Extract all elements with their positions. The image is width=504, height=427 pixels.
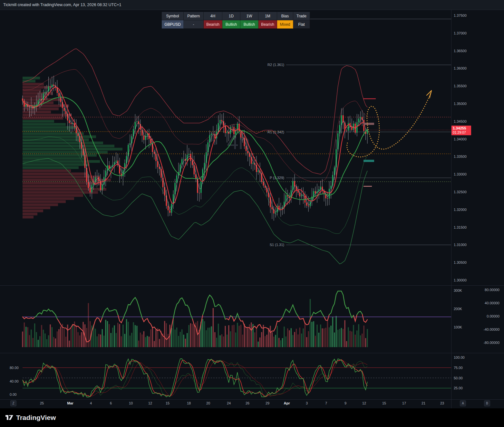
volume-bar [27, 327, 28, 347]
volume-profile-bar [23, 129, 70, 132]
volume-bar [145, 337, 146, 347]
volume-bar [154, 341, 155, 347]
candle-body [63, 108, 65, 111]
volume-profile-bar [23, 142, 103, 144]
volume-profile-bar [23, 166, 79, 169]
volume-profile-bar [23, 154, 97, 157]
volume-bar [174, 329, 175, 347]
candle-body [242, 138, 243, 138]
tradingview-logo-icon [5, 414, 14, 421]
volume-bar [126, 319, 127, 347]
candle-countdown: 01:29:07 [453, 130, 470, 135]
volume-bar [114, 325, 115, 347]
candle-body [90, 188, 91, 193]
volume-bar [33, 338, 34, 347]
volume-bar [332, 317, 333, 347]
volume-bar [232, 325, 233, 347]
volume-bar [272, 332, 273, 347]
volume-bar [112, 327, 113, 347]
volume-bar [221, 334, 222, 347]
volume-bar [206, 330, 207, 347]
candle-body [257, 171, 259, 172]
volume-bar [208, 328, 208, 347]
volume-profile-bar [23, 169, 71, 172]
volume-bar [48, 335, 49, 347]
volume-bar [97, 336, 98, 347]
volume-bar [238, 326, 239, 347]
candle-body [48, 86, 49, 91]
volume-profile-bar [23, 108, 59, 110]
volume-bar [223, 337, 224, 347]
volume-bar [53, 337, 54, 347]
volume-profile-bar [23, 157, 86, 160]
candle-body [102, 185, 103, 190]
volume-bar [128, 322, 129, 347]
volume-bar [187, 333, 188, 347]
volume-bar [254, 332, 255, 347]
volume-profile-bar [23, 123, 66, 126]
volume-bar [168, 334, 169, 347]
volume-bar [57, 331, 58, 347]
volume-profile-bar [23, 111, 51, 113]
volume-profile-bar [23, 204, 58, 206]
volume-bar [60, 327, 61, 347]
volume-bar [308, 331, 309, 347]
chart-canvas[interactable] [0, 0, 504, 427]
volume-bar [251, 322, 252, 347]
candle-body [275, 213, 276, 214]
nav-button-a[interactable]: A [460, 400, 466, 406]
volume-bar [268, 328, 269, 347]
volume-bar [63, 329, 64, 347]
volume-bar [107, 321, 108, 347]
volume-bar [348, 327, 349, 347]
delta-line-positive [35, 291, 362, 319]
volume-bar [190, 323, 191, 347]
signal-table: SymbolPattern4H1D1W1MBiasTradeGBPUSD-Bea… [162, 12, 310, 29]
nav-button-z[interactable]: Z [10, 400, 16, 406]
candle-body [174, 183, 176, 195]
candle-body [126, 156, 127, 163]
volume-bar [350, 331, 351, 347]
candle-body [116, 161, 117, 162]
candle-body [263, 182, 264, 185]
tradingview-logo[interactable]: TradingView [5, 414, 56, 422]
pane-separator[interactable] [0, 353, 504, 353]
volume-bar [315, 336, 316, 347]
volume-bar [149, 337, 150, 347]
volume-bar [339, 329, 340, 347]
price-axis-divider [451, 10, 451, 408]
candle-body [280, 209, 281, 209]
candle-body [197, 179, 198, 193]
volume-bar [98, 334, 99, 347]
volume-profile-bar [23, 182, 102, 184]
volume-bar [152, 327, 153, 347]
volume-bar [305, 322, 305, 347]
candle-body [329, 189, 330, 198]
volume-profile-bar [23, 188, 106, 191]
volume-profile-bar [23, 145, 114, 147]
candle-body [308, 205, 309, 206]
volume-bar [117, 323, 118, 347]
volume-profile-bar [23, 191, 98, 194]
candle-body [162, 178, 164, 187]
table-header-pattern: Pattern [184, 12, 204, 20]
pane-separator[interactable] [0, 285, 504, 286]
volume-bar [296, 329, 297, 347]
volume-bar [194, 324, 195, 347]
volume-bar [105, 320, 106, 347]
candle-body [221, 120, 223, 121]
volume-bar [211, 327, 212, 347]
candle-body [44, 92, 46, 93]
volume-bar [311, 322, 312, 347]
candle-body [91, 185, 92, 193]
volume-bar [259, 337, 260, 347]
drawn-arrow-head [427, 90, 431, 98]
volume-bar [50, 324, 51, 347]
table-header-1m: 1M [258, 12, 277, 20]
volume-bar [258, 342, 259, 347]
volume-bar [39, 336, 40, 347]
volume-bar [225, 326, 226, 347]
volume-bar [159, 339, 160, 347]
volume-bar [291, 328, 292, 347]
nav-button-b[interactable]: B [484, 400, 490, 406]
